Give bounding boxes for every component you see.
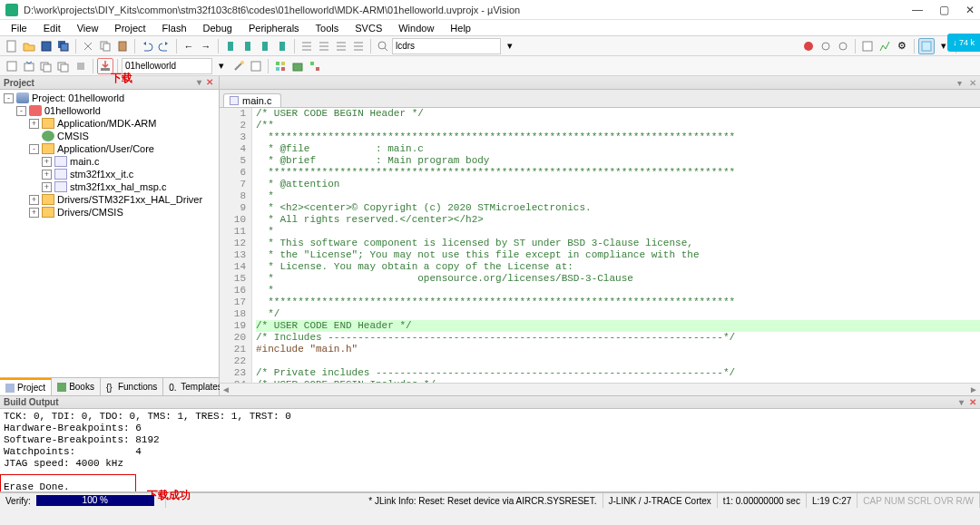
svg-rect-28 bbox=[281, 62, 285, 65]
uncomment-icon[interactable] bbox=[350, 38, 367, 54]
editor-tab-strip: main.c bbox=[220, 90, 980, 108]
tab-main-c[interactable]: main.c bbox=[223, 93, 281, 107]
manage-icon[interactable] bbox=[272, 58, 289, 74]
tab-books[interactable]: Books bbox=[52, 378, 101, 395]
close-button[interactable]: ✕ bbox=[965, 4, 975, 16]
tools-icon[interactable]: ⚙ bbox=[894, 38, 910, 54]
menu-edit[interactable]: Edit bbox=[36, 22, 68, 34]
batch-build-icon[interactable] bbox=[55, 58, 72, 74]
build-icon[interactable] bbox=[21, 58, 37, 74]
editor-pin-icon[interactable]: ▾ bbox=[957, 78, 962, 88]
build-pin-icon[interactable]: ▾ bbox=[959, 397, 964, 407]
expand-icon[interactable]: + bbox=[42, 182, 52, 192]
paste-icon[interactable] bbox=[114, 38, 131, 54]
view-dropdown-icon[interactable] bbox=[918, 38, 935, 54]
rebuild-icon[interactable] bbox=[38, 58, 54, 74]
bookmark-next-icon[interactable] bbox=[257, 38, 273, 54]
menu-svcs[interactable]: SVCS bbox=[348, 22, 389, 34]
menu-help[interactable]: Help bbox=[443, 22, 478, 34]
project-panel: Project ▾ ✕ -Project: 01helloworld-01hel… bbox=[0, 76, 220, 395]
expand-icon[interactable]: - bbox=[29, 144, 39, 154]
expand-icon[interactable]: + bbox=[29, 195, 39, 205]
tree-item[interactable]: +main.c bbox=[0, 155, 219, 168]
tab-project[interactable]: Project bbox=[0, 378, 52, 395]
editor-close-icon[interactable]: ✕ bbox=[969, 78, 976, 88]
tree-item[interactable]: +Drivers/CMSIS bbox=[0, 206, 219, 219]
find-icon[interactable] bbox=[375, 38, 391, 54]
comment-icon[interactable] bbox=[333, 38, 349, 54]
cut-icon[interactable] bbox=[80, 38, 96, 54]
menu-debug[interactable]: Debug bbox=[196, 22, 240, 34]
tree-item[interactable]: -Application/User/Core bbox=[0, 142, 219, 155]
svg-rect-27 bbox=[276, 62, 279, 65]
menu-flash[interactable]: Flash bbox=[155, 22, 194, 34]
target-select[interactable] bbox=[122, 58, 212, 74]
menu-file[interactable]: File bbox=[4, 22, 34, 34]
code-area[interactable]: /* USER CODE BEGIN Header */ /** *******… bbox=[252, 108, 980, 383]
bookmark-prev-icon[interactable] bbox=[240, 38, 256, 54]
nav-forward-icon[interactable]: → bbox=[198, 38, 214, 54]
code-editor[interactable]: 1 2 3 4 5 6 7 8 9 10 11 12 13 14 15 16 1… bbox=[220, 108, 980, 383]
bookmark-toggle-icon[interactable] bbox=[222, 38, 239, 54]
maximize-button[interactable]: ▢ bbox=[939, 4, 949, 16]
download-icon[interactable] bbox=[97, 58, 113, 74]
options-icon[interactable] bbox=[230, 58, 247, 74]
build-close-icon[interactable]: ✕ bbox=[969, 397, 976, 407]
expand-icon[interactable]: - bbox=[16, 106, 26, 116]
build-output[interactable]: TCK: 0, TDI: 0, TDO: 0, TMS: 1, TRES: 1,… bbox=[0, 409, 980, 492]
save-icon[interactable] bbox=[38, 38, 54, 54]
pin-icon[interactable]: ▾ bbox=[193, 77, 204, 88]
pack-installer-icon[interactable] bbox=[289, 58, 306, 74]
minimize-button[interactable]: ― bbox=[912, 4, 923, 16]
menu-window[interactable]: Window bbox=[391, 22, 441, 34]
fld-icon bbox=[42, 207, 54, 218]
tree-item[interactable]: +stm32f1xx_hal_msp.c bbox=[0, 180, 219, 193]
nav-back-icon[interactable]: ← bbox=[181, 38, 197, 54]
panel-close-icon[interactable]: ✕ bbox=[204, 77, 215, 88]
tree-item[interactable]: -01helloworld bbox=[0, 104, 219, 117]
bookmark-clear-icon[interactable] bbox=[274, 38, 290, 54]
file-ext-icon[interactable] bbox=[248, 58, 264, 74]
expand-icon[interactable]: + bbox=[42, 170, 52, 180]
expand-icon[interactable]: + bbox=[29, 208, 39, 218]
breakpoint-icon[interactable] bbox=[818, 38, 834, 54]
target-dropdown-icon[interactable]: ▾ bbox=[213, 58, 230, 74]
indent-icon[interactable] bbox=[299, 38, 315, 54]
translate-icon[interactable] bbox=[4, 58, 20, 74]
menu-tools[interactable]: Tools bbox=[309, 22, 347, 34]
menu-project[interactable]: Project bbox=[107, 22, 152, 34]
project-tree[interactable]: -Project: 01helloworld-01helloworld+Appl… bbox=[0, 90, 219, 377]
stop-build-icon[interactable] bbox=[73, 58, 89, 74]
tree-item[interactable]: CMSIS bbox=[0, 130, 219, 142]
expand-icon[interactable]: - bbox=[4, 93, 14, 103]
undo-icon[interactable] bbox=[139, 38, 155, 54]
expand-icon[interactable]: + bbox=[29, 119, 39, 129]
editor-hscrollbar[interactable]: ◄► bbox=[220, 383, 980, 395]
manage-rte-icon[interactable] bbox=[307, 58, 323, 74]
tree-item[interactable]: +Drivers/STM32F1xx_HAL_Driver bbox=[0, 193, 219, 206]
expand-icon[interactable] bbox=[29, 131, 39, 141]
debug-icon[interactable] bbox=[800, 38, 817, 54]
window-controls: ― ▢ ✕ bbox=[912, 4, 975, 16]
menu-peripherals[interactable]: Peripherals bbox=[241, 22, 307, 34]
svg-rect-29 bbox=[276, 67, 279, 71]
tab-functions[interactable]: {}Functions bbox=[101, 378, 163, 395]
save-all-icon[interactable] bbox=[55, 38, 72, 54]
analyzer-icon[interactable] bbox=[877, 38, 893, 54]
redo-icon[interactable] bbox=[156, 38, 172, 54]
tree-item[interactable]: +Application/MDK-ARM bbox=[0, 117, 219, 130]
svg-rect-0 bbox=[7, 41, 15, 52]
open-icon[interactable] bbox=[21, 38, 37, 54]
insert-breakpoint-icon[interactable] bbox=[835, 38, 851, 54]
find-input[interactable] bbox=[392, 38, 501, 54]
tree-item[interactable]: +stm32f1xx_it.c bbox=[0, 168, 219, 180]
copy-icon[interactable] bbox=[97, 38, 113, 54]
tree-item[interactable]: -Project: 01helloworld bbox=[0, 92, 219, 104]
new-file-icon[interactable] bbox=[4, 38, 20, 54]
menu-view[interactable]: View bbox=[70, 22, 106, 34]
outdent-icon[interactable] bbox=[316, 38, 332, 54]
window-icon[interactable] bbox=[859, 38, 876, 54]
expand-icon[interactable]: + bbox=[42, 157, 52, 167]
tree-label: Application/User/Core bbox=[57, 143, 154, 154]
find-dropdown-icon[interactable]: ▾ bbox=[502, 38, 518, 54]
